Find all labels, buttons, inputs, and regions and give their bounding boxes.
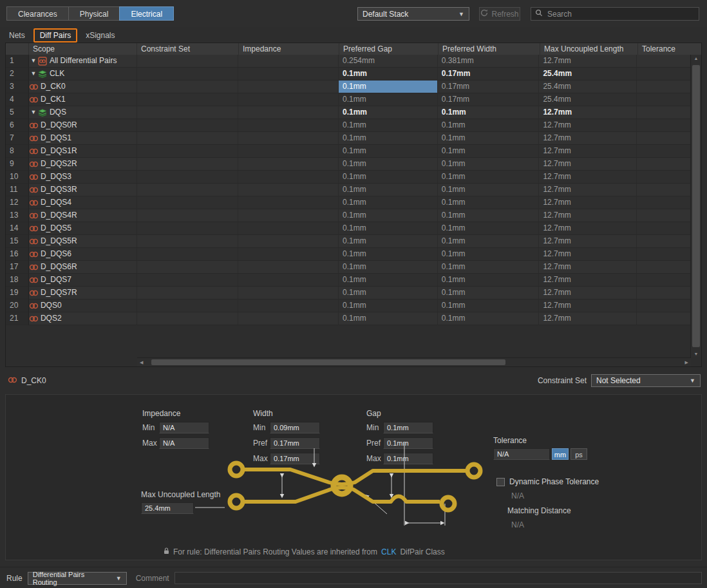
tolerance-cell[interactable]	[637, 312, 691, 325]
refresh-button[interactable]: Refresh	[479, 7, 520, 21]
max-uncoupled-length-cell[interactable]: 12.7mm	[539, 184, 637, 196]
scope-cell[interactable]: D_DQS1R	[29, 145, 137, 158]
preferred-width-cell[interactable]: 0.17mm	[438, 93, 540, 106]
scroll-up-icon[interactable]: ▲	[691, 56, 701, 61]
max-uncoupled-length-cell[interactable]: 12.7mm	[539, 312, 637, 325]
max-uncoupled-length-cell[interactable]: 12.7mm	[539, 299, 637, 312]
preferred-gap-cell[interactable]: 0.254mm	[339, 55, 438, 68]
table-row[interactable]: 3D_CK00.1mm0.17mm25.4mm	[6, 81, 691, 93]
tolerance-cell[interactable]	[637, 158, 691, 171]
scope-cell[interactable]: D_DQS2R	[29, 158, 137, 171]
constraint-set-cell[interactable]	[137, 158, 239, 171]
table-row[interactable]: 14D_DQS50.1mm0.1mm12.7mm	[6, 222, 691, 235]
constraint-set-cell[interactable]	[137, 274, 239, 287]
scope-cell[interactable]: D_DQS5R	[29, 235, 137, 248]
preferred-gap-cell[interactable]: 0.1mm	[339, 196, 438, 209]
impedance-cell[interactable]	[238, 222, 339, 235]
preferred-width-cell[interactable]: 0.1mm	[438, 196, 540, 209]
column-header-constraint-set[interactable]: Constraint Set	[137, 43, 239, 55]
tolerance-cell[interactable]	[637, 132, 691, 145]
impedance-cell[interactable]	[238, 299, 339, 312]
preferred-width-cell[interactable]: 0.1mm	[438, 119, 540, 132]
preferred-width-cell[interactable]: 0.381mm	[438, 55, 540, 68]
scope-cell[interactable]: D_DQS0R	[29, 119, 137, 132]
scope-cell[interactable]: ▼CLK	[29, 68, 137, 81]
tolerance-cell[interactable]	[637, 171, 691, 184]
column-header-max-uncoupled-length[interactable]: Max Uncoupled Length	[540, 43, 638, 55]
scope-cell[interactable]: DQS2	[29, 312, 137, 325]
impedance-cell[interactable]	[238, 119, 339, 132]
scope-cell[interactable]: D_DQS6R	[29, 261, 137, 274]
column-header-scope[interactable]: Scope	[29, 43, 137, 55]
view-tab-xsignals[interactable]: xSignals	[86, 31, 115, 40]
table-row[interactable]: 1▼All Differential Pairs0.254mm0.381mm12…	[6, 55, 691, 68]
impedance-cell[interactable]	[238, 106, 339, 119]
constraint-set-cell[interactable]	[137, 261, 239, 274]
constraint-set-dropdown[interactable]: Not Selected ▼	[591, 374, 701, 387]
max-uncoupled-length-cell[interactable]: 25.4mm	[539, 93, 637, 106]
preferred-gap-cell[interactable]: 0.1mm	[339, 248, 438, 261]
preferred-gap-cell[interactable]: 0.1mm	[339, 93, 438, 106]
tab-physical[interactable]: Physical	[68, 6, 120, 21]
tolerance-cell[interactable]	[637, 196, 691, 209]
constraint-set-cell[interactable]	[137, 196, 239, 209]
scope-cell[interactable]: D_DQS4	[29, 196, 137, 209]
tab-electrical[interactable]: Electrical	[119, 6, 174, 21]
preferred-gap-cell[interactable]: 0.1mm	[339, 119, 438, 132]
scope-cell[interactable]: D_DQS5	[29, 222, 137, 235]
preferred-gap-cell[interactable]: 0.1mm	[339, 287, 438, 299]
tolerance-cell[interactable]	[637, 55, 691, 68]
max-uncoupled-length-cell[interactable]: 12.7mm	[539, 119, 637, 132]
tolerance-field[interactable]: N/A	[493, 448, 550, 460]
constraint-set-cell[interactable]	[137, 93, 239, 106]
horizontal-scroll-track[interactable]: ◀ ▶	[137, 357, 691, 366]
preferred-gap-cell[interactable]: 0.1mm	[339, 222, 438, 235]
table-row[interactable]: 16D_DQS60.1mm0.1mm12.7mm	[6, 248, 691, 261]
max-uncoupled-length-cell[interactable]: 12.7mm	[539, 222, 637, 235]
scope-cell[interactable]: D_DQS4R	[29, 209, 137, 222]
preferred-gap-cell[interactable]: 0.1mm	[339, 299, 438, 312]
preferred-width-cell[interactable]: 0.1mm	[438, 209, 540, 222]
view-tab-diff-pairs[interactable]: Diff Pairs	[33, 28, 77, 43]
impedance-cell[interactable]	[238, 184, 339, 196]
preferred-width-cell[interactable]: 0.1mm	[438, 235, 540, 248]
preferred-gap-cell[interactable]: 0.1mm	[339, 106, 438, 119]
tolerance-unit-mm-button[interactable]: mm	[552, 448, 569, 460]
expand-caret-icon[interactable]: ▼	[29, 106, 38, 119]
impedance-cell[interactable]	[238, 68, 339, 81]
constraint-set-cell[interactable]	[137, 312, 239, 325]
constraint-set-cell[interactable]	[137, 235, 239, 248]
constraint-set-cell[interactable]	[137, 209, 239, 222]
vertical-scrollbar[interactable]: ▲ ▼	[690, 55, 701, 357]
impedance-cell[interactable]	[238, 196, 339, 209]
constraint-set-cell[interactable]	[137, 119, 239, 132]
max-uncoupled-length-cell[interactable]: 25.4mm	[539, 68, 637, 81]
preferred-gap-cell[interactable]: 0.1mm	[339, 171, 438, 184]
tolerance-cell[interactable]	[637, 119, 691, 132]
column-header-tolerance[interactable]: Tolerance	[638, 43, 692, 55]
horizontal-scrollbar[interactable]: ◀ ▶	[6, 357, 691, 366]
rule-dropdown[interactable]: Differential Pairs Routing ▼	[28, 572, 127, 585]
table-row[interactable]: 17D_DQS6R0.1mm0.1mm12.7mm	[6, 261, 691, 274]
max-uncoupled-length-cell[interactable]: 12.7mm	[539, 261, 637, 274]
max-uncoupled-field[interactable]: 25.4mm	[141, 502, 194, 514]
table-row[interactable]: 9D_DQS2R0.1mm0.1mm12.7mm	[6, 158, 691, 171]
max-uncoupled-length-cell[interactable]: 12.7mm	[539, 274, 637, 287]
preferred-width-cell[interactable]: 0.1mm	[438, 132, 540, 145]
expand-caret-icon[interactable]: ▼	[29, 55, 38, 67]
impedance-cell[interactable]	[238, 248, 339, 261]
column-header-preferred-width[interactable]: Preferred Width	[438, 43, 540, 55]
vertical-scroll-thumb[interactable]	[692, 65, 700, 347]
table-row[interactable]: 7D_DQS10.1mm0.1mm12.7mm	[6, 132, 691, 145]
note-class-link[interactable]: CLK	[381, 547, 396, 556]
impedance-cell[interactable]	[238, 158, 339, 171]
max-uncoupled-length-cell[interactable]: 12.7mm	[539, 196, 637, 209]
max-uncoupled-length-cell[interactable]: 12.7mm	[539, 235, 637, 248]
preferred-gap-cell[interactable]: 0.1mm	[339, 145, 438, 158]
constraint-set-cell[interactable]	[137, 145, 239, 158]
max-uncoupled-length-cell[interactable]: 12.7mm	[539, 287, 637, 299]
impedance-cell[interactable]	[238, 171, 339, 184]
column-header-preferred-gap[interactable]: Preferred Gap	[339, 43, 438, 55]
comment-input[interactable]	[174, 572, 702, 584]
scope-cell[interactable]: DQS0	[29, 299, 137, 312]
